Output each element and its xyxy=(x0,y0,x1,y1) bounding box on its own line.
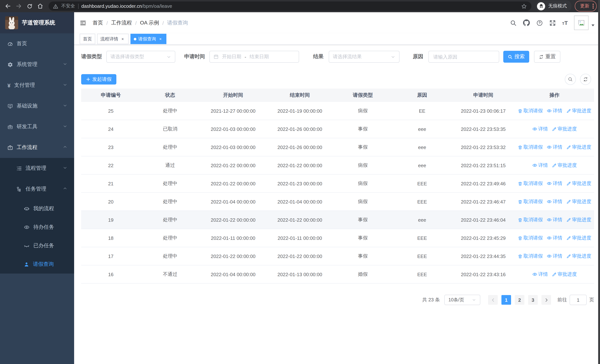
sidebar-item-done-tasks[interactable]: 已办任务 xyxy=(0,236,74,255)
security-chip-label[interactable]: 不安全 xyxy=(61,3,75,9)
progress-link[interactable]: 审批进度 xyxy=(566,144,591,150)
table-row[interactable]: 18处理中2022-01-11 00:00:002022-01-11 00:00… xyxy=(81,229,594,247)
cell-start-time: 2022-01-04 00:00:00 xyxy=(200,271,266,277)
github-icon[interactable] xyxy=(523,19,530,26)
page-button-3[interactable]: 3 xyxy=(528,295,538,305)
detail-link[interactable]: 详情 xyxy=(546,235,562,241)
result-select[interactable]: 请选择流结果 xyxy=(329,51,400,63)
prev-page-button[interactable] xyxy=(488,295,498,305)
detail-link[interactable]: 详情 xyxy=(546,144,562,150)
table-row[interactable]: 23处理中2022-01-03 00:00:002022-01-26 00:00… xyxy=(81,138,594,156)
search-button[interactable]: 搜索 xyxy=(503,51,529,63)
cancel-leave-link[interactable]: 取消请假 xyxy=(517,198,543,205)
table-row[interactable]: 20处理中2022-01-04 00:00:002022-01-04 00:00… xyxy=(81,193,594,211)
cancel-leave-link[interactable]: 取消请假 xyxy=(517,107,543,114)
breadcrumb-item[interactable]: 首页 xyxy=(93,19,103,26)
progress-link[interactable]: 审批进度 xyxy=(552,126,577,132)
reason-input[interactable] xyxy=(432,54,495,60)
sidebar-item-devtools[interactable]: 研发工具 xyxy=(0,116,74,137)
close-icon[interactable]: × xyxy=(120,36,125,42)
detail-link[interactable]: 详情 xyxy=(546,216,562,223)
sidebar-item-home[interactable]: 首页 xyxy=(0,33,74,54)
address-bar[interactable]: 不安全 dashboard.yudao.iocoder.cn/bpm/oa/le… xyxy=(48,1,532,11)
cancel-leave-link[interactable]: 取消请假 xyxy=(517,253,543,260)
progress-link[interactable]: 审批进度 xyxy=(566,107,591,114)
table-row[interactable]: 22通过2022-01-22 00:00:002022-01-22 00:00:… xyxy=(81,156,594,175)
sidebar-item-process-mgmt[interactable]: 流程管理 xyxy=(0,158,74,179)
page-size-select[interactable]: 10条/页 xyxy=(444,295,480,305)
table-row[interactable]: 17处理中2022-01-22 00:00:002022-01-22 00:00… xyxy=(81,247,594,265)
detail-link[interactable]: 详情 xyxy=(546,107,562,114)
tab-首页[interactable]: 首页 xyxy=(80,34,95,44)
sidebar-item-payment[interactable]: ¥支付管理 xyxy=(0,75,74,96)
detail-link[interactable]: 详情 xyxy=(532,126,548,132)
help-icon[interactable] xyxy=(536,19,543,26)
app-title: 芋道管理系统 xyxy=(22,19,55,26)
table-row[interactable]: 16不通过2022-01-04 00:00:002022-01-13 00:00… xyxy=(81,265,594,284)
apply-time-range-picker[interactable]: 开始日期 - 结束日期 xyxy=(209,51,299,63)
update-label[interactable]: 更新 xyxy=(580,3,590,9)
refresh-table-button[interactable] xyxy=(580,74,591,85)
sidebar-logo-row[interactable]: 芋道管理系统 xyxy=(0,12,74,33)
back-icon[interactable] xyxy=(3,1,13,11)
bookmark-star-icon[interactable] xyxy=(521,3,527,9)
sidebar-item-leave-query[interactable]: 请假查询 xyxy=(0,255,74,274)
reset-button[interactable]: 重置 xyxy=(534,51,560,63)
cancel-leave-link[interactable]: 取消请假 xyxy=(517,180,543,187)
sidebar-item-system[interactable]: 系统管理 xyxy=(0,54,74,75)
table-row[interactable]: 21处理中2022-01-22 00:00:002022-01-23 00:00… xyxy=(81,175,594,193)
fullscreen-icon[interactable] xyxy=(549,19,556,26)
progress-link[interactable]: 审批进度 xyxy=(566,235,591,241)
sidebar-item-infra[interactable]: 基础设施 xyxy=(0,96,74,116)
detail-link[interactable]: 详情 xyxy=(532,271,548,278)
create-leave-button[interactable]: 发起请假 xyxy=(81,74,116,84)
table-row[interactable]: 24已取消2022-01-03 00:00:002022-01-26 00:00… xyxy=(81,120,594,138)
chevron-down-icon xyxy=(63,82,67,88)
leave-type-select[interactable]: 请选择请假类型 xyxy=(106,51,175,63)
page-button-1[interactable]: 1 xyxy=(501,295,511,305)
goto-page-input[interactable] xyxy=(570,295,587,305)
home-icon[interactable] xyxy=(36,1,45,11)
sidebar-item-workflow[interactable]: 工作流程 xyxy=(0,137,74,158)
detail-link[interactable]: 详情 xyxy=(532,162,548,169)
sidebar-item-task-mgmt[interactable]: 任务管理 xyxy=(0,179,74,199)
security-warning-icon[interactable] xyxy=(53,3,58,9)
cancel-leave-link[interactable]: 取消请假 xyxy=(517,235,543,241)
table-row[interactable]: 19处理中2022-01-22 00:00:002022-01-22 00:00… xyxy=(81,211,594,229)
page-button-2[interactable]: 2 xyxy=(515,295,525,305)
progress-link[interactable]: 审批进度 xyxy=(566,198,591,205)
url-text[interactable]: dashboard.yudao.iocoder.cn/bpm/oa/leave xyxy=(81,3,172,9)
progress-link[interactable]: 审批进度 xyxy=(552,162,577,169)
search-icon[interactable] xyxy=(510,19,516,26)
sidebar-item-todo-tasks[interactable]: 待办任务 xyxy=(0,218,74,236)
breadcrumb-item[interactable]: OA 示例 xyxy=(140,19,159,26)
detail-link[interactable]: 详情 xyxy=(546,180,562,187)
table-row[interactable]: 25处理中2021-12-27 00:00:002022-01-19 00:00… xyxy=(81,102,594,120)
cancel-leave-link[interactable]: 取消请假 xyxy=(517,144,543,150)
progress-link[interactable]: 审批进度 xyxy=(552,271,577,278)
column-header: 开始时间 xyxy=(200,92,266,99)
detail-link[interactable]: 详情 xyxy=(546,198,562,205)
reload-icon[interactable] xyxy=(25,1,34,11)
progress-link[interactable]: 审批进度 xyxy=(566,253,591,260)
detail-link[interactable]: 详情 xyxy=(546,253,562,260)
user-avatar-menu[interactable] xyxy=(574,16,594,30)
progress-link[interactable]: 审批进度 xyxy=(566,216,591,223)
cancel-leave-link[interactable]: 取消请假 xyxy=(517,216,543,223)
next-page-button[interactable] xyxy=(542,295,551,305)
range-separator: - xyxy=(244,54,246,59)
progress-link-label: 审批进度 xyxy=(572,107,591,114)
font-size-icon[interactable]: TT xyxy=(562,20,568,26)
sidebar-item-my-process[interactable]: 我的流程 xyxy=(0,199,74,218)
show-search-button[interactable] xyxy=(565,74,576,85)
collapse-sidebar-icon[interactable] xyxy=(80,19,86,26)
browser-menu-icon[interactable] xyxy=(593,4,594,9)
forward-icon[interactable] xyxy=(14,1,23,11)
breadcrumb-item[interactable]: 工作流程 xyxy=(111,19,132,26)
close-icon[interactable]: × xyxy=(158,36,163,42)
progress-link[interactable]: 审批进度 xyxy=(566,180,591,187)
tab-请假查询[interactable]: 请假查询× xyxy=(131,34,166,44)
browser-update-button[interactable]: 更新 xyxy=(575,1,597,11)
tab-流程详情[interactable]: 流程详情× xyxy=(97,34,129,44)
avatar[interactable] xyxy=(574,16,589,30)
